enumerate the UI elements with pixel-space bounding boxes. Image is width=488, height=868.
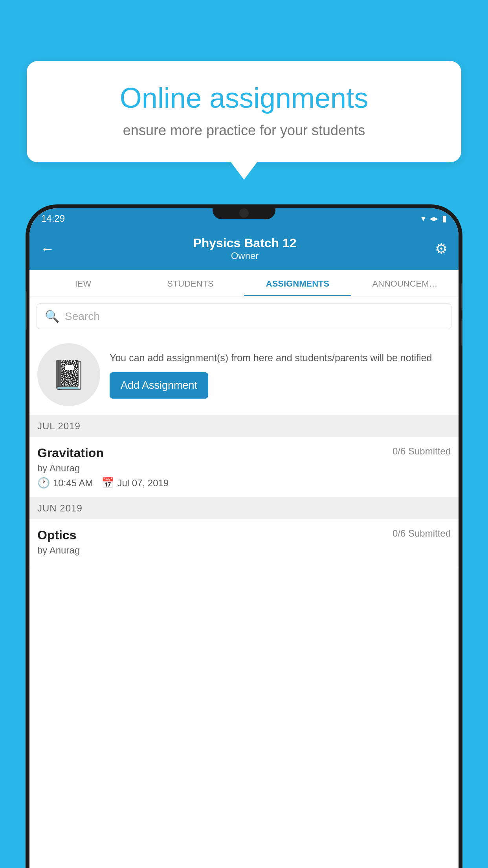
settings-icon[interactable]: ⚙ (435, 241, 448, 257)
header-subtitle: Owner (193, 250, 296, 261)
assignment-optics[interactable]: Optics 0/6 Submitted by Anurag (29, 519, 459, 567)
promo-section: 📓 You can add assignment(s) from here an… (29, 335, 459, 415)
promo-description: You can add assignment(s) from here and … (110, 351, 451, 365)
assignment-time-value: 10:45 AM (53, 478, 93, 489)
assignment-optics-row1: Optics 0/6 Submitted (37, 528, 451, 542)
section-jul-2019: JUL 2019 (29, 415, 459, 437)
side-button-left (26, 291, 27, 330)
assignment-submitted-gravitation: 0/6 Submitted (393, 446, 451, 457)
header-title: Physics Batch 12 (193, 236, 296, 250)
phone-screen: 14:29 ▾ ◂▸ ▮ ← Physics Batch 12 Owner ⚙ … (29, 208, 459, 868)
tab-assignments[interactable]: ASSIGNMENTS (244, 270, 351, 296)
section-jun-2019: JUN 2019 (29, 497, 459, 519)
assignment-submitted-optics: 0/6 Submitted (393, 528, 451, 539)
tab-announcements[interactable]: ANNOUNCEM… (351, 270, 459, 296)
notebook-icon: 📓 (51, 358, 86, 392)
status-time: 14:29 (41, 213, 65, 224)
assignment-row1: Gravitation 0/6 Submitted (37, 446, 451, 460)
assignment-time-gravitation: 🕐 10:45 AM (37, 477, 93, 489)
search-icon: 🔍 (45, 309, 59, 323)
bubble-title: Online assignments (50, 83, 438, 114)
side-button-2 (461, 318, 462, 346)
content-area: 🔍 Search 📓 You can add assignment(s) fro… (29, 296, 459, 567)
promo-icon-circle: 📓 (37, 343, 100, 406)
assignment-by-gravitation: by Anurag (37, 463, 451, 474)
assignment-by-optics: by Anurag (37, 545, 451, 556)
assignment-meta-gravitation: 🕐 10:45 AM 📅 Jul 07, 2019 (37, 477, 451, 489)
header-title-block: Physics Batch 12 Owner (193, 236, 296, 261)
status-icons: ▾ ◂▸ ▮ (421, 213, 447, 224)
phone-frame: 14:29 ▾ ◂▸ ▮ ← Physics Batch 12 Owner ⚙ … (26, 204, 462, 868)
battery-icon: ▮ (442, 213, 447, 224)
assignment-name-optics: Optics (37, 528, 77, 542)
tab-students[interactable]: STUDENTS (137, 270, 244, 296)
search-placeholder: Search (65, 310, 100, 323)
calendar-icon: 📅 (101, 477, 114, 489)
assignment-gravitation[interactable]: Gravitation 0/6 Submitted by Anurag 🕐 10… (29, 437, 459, 497)
promo-text-block: You can add assignment(s) from here and … (110, 351, 451, 398)
app-header: ← Physics Batch 12 Owner ⚙ (29, 229, 459, 270)
bubble-subtitle: ensure more practice for your students (50, 122, 438, 139)
tab-iew[interactable]: IEW (29, 270, 137, 296)
signal-icon: ◂▸ (429, 213, 438, 224)
tab-bar: IEW STUDENTS ASSIGNMENTS ANNOUNCEM… (29, 270, 459, 296)
assignment-date-value: Jul 07, 2019 (117, 478, 169, 489)
speech-bubble: Online assignments ensure more practice … (27, 61, 461, 162)
side-button-1 (461, 283, 462, 311)
back-button[interactable]: ← (40, 241, 55, 257)
add-assignment-button[interactable]: Add Assignment (110, 372, 208, 399)
phone-camera (239, 208, 249, 218)
assignment-date-gravitation: 📅 Jul 07, 2019 (101, 477, 169, 489)
search-bar[interactable]: 🔍 Search (37, 303, 451, 329)
assignment-name-gravitation: Gravitation (37, 446, 104, 460)
clock-icon: 🕐 (37, 477, 50, 489)
wifi-icon: ▾ (421, 213, 426, 224)
